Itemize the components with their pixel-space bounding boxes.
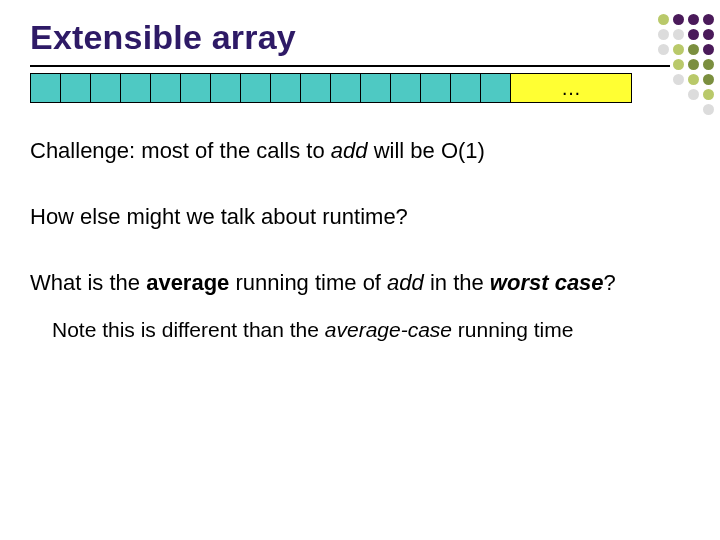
text: in the [424,270,490,295]
dot-icon [673,29,684,40]
array-cell [271,74,301,102]
array-diagram: … [30,73,632,103]
text-italic-average-case: average-case [325,318,452,341]
text-italic-add: add [331,138,368,163]
dot-icon [673,59,684,70]
paragraph-note: Note this is different than the average-… [52,317,650,344]
dot-icon [688,14,699,25]
dot-icon [673,44,684,55]
text-bold-italic-worst-case: worst case [490,270,604,295]
corner-decoration [658,14,714,115]
array-cell [301,74,331,102]
array-cell [121,74,151,102]
array-cell [91,74,121,102]
paragraph-challenge: Challenge: most of the calls to add will… [30,137,650,165]
paragraph-question-runtime: How else might we talk about runtime? [30,203,650,231]
text: ? [604,270,616,295]
text: Challenge: most of the calls to [30,138,331,163]
array-cell [151,74,181,102]
array-cells [31,74,511,102]
text: running time of [229,270,387,295]
dot-icon [688,29,699,40]
body-text: Challenge: most of the calls to add will… [30,137,690,344]
dot-icon [673,14,684,25]
text-italic-add: add [387,270,424,295]
array-cell [61,74,91,102]
array-more: … [511,74,631,102]
text-bold-average: average [146,270,229,295]
text: What is the [30,270,146,295]
slide: Extensible array … Challenge: most of th… [0,0,720,540]
title-underline [30,65,670,67]
dot-icon [688,59,699,70]
text: will be O(1) [368,138,485,163]
dot-icon [703,59,714,70]
array-cell [391,74,421,102]
dot-icon [688,44,699,55]
dot-icon [703,89,714,100]
dot-icon [688,74,699,85]
array-cell [31,74,61,102]
text: running time [452,318,573,341]
text: Note this is different than the [52,318,325,341]
array-cell [361,74,391,102]
dot-icon [703,44,714,55]
array-cell [181,74,211,102]
dot-icon [703,104,714,115]
slide-title: Extensible array [30,18,690,57]
array-cell [481,74,511,102]
array-cell [451,74,481,102]
array-cell [241,74,271,102]
array-cell [331,74,361,102]
dot-icon [673,74,684,85]
dot-icon [688,89,699,100]
dot-icon [658,29,669,40]
dot-icon [658,14,669,25]
array-cell [211,74,241,102]
array-cell [421,74,451,102]
paragraph-average-worst: What is the average running time of add … [30,269,650,297]
dot-icon [658,44,669,55]
dot-icon [703,74,714,85]
dot-icon [703,29,714,40]
dot-icon [703,14,714,25]
